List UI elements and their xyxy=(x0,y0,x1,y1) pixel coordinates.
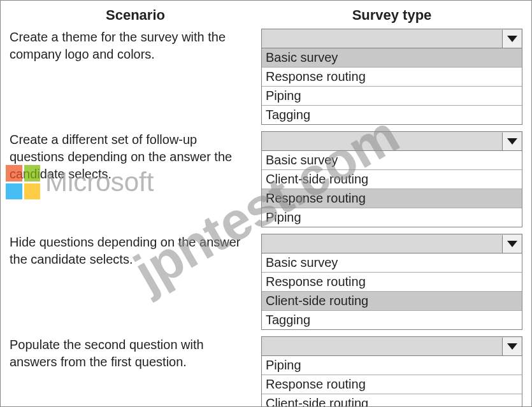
scenario-row: Populate the second question with answer… xyxy=(10,336,522,407)
column-header-survey-type: Survey type xyxy=(261,7,522,24)
chevron-down-icon[interactable] xyxy=(502,235,521,253)
svg-marker-3 xyxy=(507,343,517,350)
dropdown-option[interactable]: Piping xyxy=(262,356,522,375)
dropdown-option[interactable]: Response routing xyxy=(262,189,522,208)
scenario-row: Hide questions depending on the answer t… xyxy=(10,234,522,330)
dropdown-option[interactable]: Basic survey xyxy=(262,151,522,170)
dropdown-option[interactable]: Client-side routing xyxy=(262,292,522,311)
dropdown-header[interactable] xyxy=(262,234,522,253)
dropdown-option[interactable]: Response routing xyxy=(262,68,522,87)
dropdown-header[interactable] xyxy=(262,132,522,151)
dropdown-header[interactable] xyxy=(262,29,522,48)
survey-type-dropdown[interactable]: Basic surveyResponse routingClient-side … xyxy=(261,234,522,330)
chevron-down-icon[interactable] xyxy=(502,132,521,150)
microsoft-logo: Microsoft xyxy=(6,165,154,199)
scenario-row: Create a theme for the survey with the c… xyxy=(10,29,522,125)
column-header-scenario: Scenario xyxy=(10,7,261,24)
dropdown-option[interactable]: Basic survey xyxy=(262,48,522,68)
svg-marker-1 xyxy=(507,138,517,145)
scenario-text: Populate the second question with answer… xyxy=(10,336,261,371)
survey-type-dropdown[interactable]: PipingResponse routingClient-side routin… xyxy=(261,336,522,407)
chevron-down-icon[interactable] xyxy=(502,30,521,48)
scenario-text: Create a theme for the survey with the c… xyxy=(10,29,261,63)
dropdown-option[interactable]: Tagging xyxy=(262,311,522,329)
scenario-text: Hide questions depending on the answer t… xyxy=(10,234,261,268)
dropdown-header[interactable] xyxy=(262,337,522,356)
dropdown-option[interactable]: Basic survey xyxy=(262,253,522,273)
microsoft-logo-icon xyxy=(6,165,40,199)
microsoft-logo-text: Microsoft xyxy=(45,167,154,197)
dropdown-option[interactable]: Piping xyxy=(262,87,522,106)
dropdown-option[interactable]: Client-side routing xyxy=(262,394,522,407)
dropdown-option[interactable]: Tagging xyxy=(262,106,522,124)
dropdown-option[interactable]: Client-side routing xyxy=(262,170,522,189)
survey-type-dropdown[interactable]: Basic surveyResponse routingPipingTaggin… xyxy=(261,29,522,125)
survey-type-dropdown[interactable]: Basic surveyClient-side routingResponse … xyxy=(261,131,522,227)
dropdown-option[interactable]: Response routing xyxy=(262,273,522,292)
svg-marker-0 xyxy=(507,36,517,42)
svg-marker-2 xyxy=(507,241,517,247)
dropdown-option[interactable]: Response routing xyxy=(262,375,522,394)
dropdown-option[interactable]: Piping xyxy=(262,208,522,227)
chevron-down-icon[interactable] xyxy=(502,338,521,355)
